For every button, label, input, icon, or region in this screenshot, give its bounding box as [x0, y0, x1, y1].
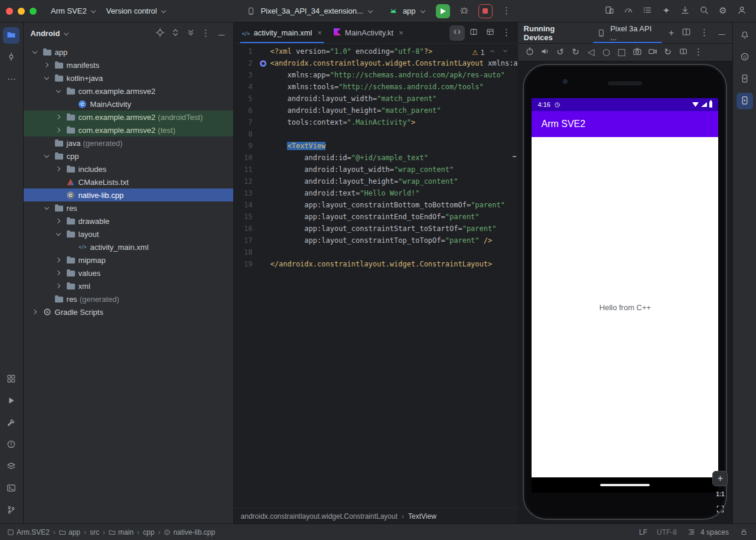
resource-manager-button[interactable] [3, 371, 19, 388]
tree-item-cmakelists-txt[interactable]: CMakeLists.txt [24, 175, 233, 188]
code-line-6[interactable]: 6 android:layout_height="match_parent" [234, 105, 518, 116]
tree-item-mainactivity[interactable]: CMainActivity [24, 97, 233, 110]
tree-chevron-icon[interactable] [43, 61, 51, 70]
logcat-button[interactable] [3, 458, 19, 475]
tree-item-values[interactable]: values [24, 266, 233, 279]
code-line-5[interactable]: 5 android:layout_width="match_parent" [234, 93, 518, 105]
tree-chevron-icon[interactable] [54, 126, 63, 135]
tree-chevron-icon[interactable] [54, 87, 63, 96]
split-view-button[interactable] [466, 25, 481, 41]
tree-item-includes[interactable]: includes [24, 162, 233, 175]
code-line-15[interactable]: 15 app:layout_constraintEnd_toEndOf="par… [234, 211, 518, 223]
fold-button[interactable] [676, 45, 690, 60]
tree-item-com-example-armsve2-androidtest[interactable]: com.example.armsve2 (androidTest) [24, 110, 233, 123]
more-vertical-button[interactable]: ⋮ [199, 26, 213, 40]
fit-screen-button[interactable] [713, 502, 726, 515]
window-maximize-button[interactable] [30, 8, 37, 15]
tree-item-layout[interactable]: layout [24, 227, 233, 240]
project-view-selector[interactable]: Android [31, 29, 60, 38]
more-horizontal-button[interactable]: ⋯ [3, 71, 19, 87]
version-control-button[interactable] [3, 502, 19, 519]
editor-tab-mainactivity-kt[interactable]: MainActivity.kt× [328, 22, 409, 43]
code-view-button[interactable] [449, 25, 465, 41]
code-line-18[interactable]: 18 [234, 246, 518, 258]
tree-chevron-icon[interactable] [31, 308, 40, 317]
more-options-button[interactable]: ⋮ [498, 3, 515, 19]
code-line-3[interactable]: 3 xmlns:app="http://schemas.android.com/… [234, 69, 518, 81]
tab-close-icon[interactable]: × [317, 28, 322, 37]
more-vertical-button[interactable]: ⋮ [499, 25, 514, 41]
settings-button[interactable]: ⚙ [715, 3, 731, 19]
editor-tab-activity-main-xml[interactable]: </>activity_main.xml× [236, 22, 328, 43]
tree-chevron-icon[interactable] [54, 113, 63, 122]
account-button[interactable] [734, 3, 750, 19]
tree-chevron-icon[interactable] [54, 256, 63, 265]
device-screen[interactable]: 4:16 Arm SVE2 Hello from [532, 98, 718, 493]
code-line-13[interactable]: 13 android:text="Hello World!" [234, 187, 518, 199]
code-editor[interactable]: 1<?xml version="1.0" encoding="utf-8"?>2… [234, 44, 518, 508]
design-view-button[interactable] [483, 25, 498, 41]
code-line-4[interactable]: 4 xmlns:tools="http://schemas.android.co… [234, 81, 518, 93]
tree-item-native-lib-cpp[interactable]: Cnative-lib.cpp [24, 188, 233, 201]
screenshot-button[interactable] [630, 45, 644, 60]
tree-chevron-icon[interactable] [31, 48, 40, 57]
indent-indicator[interactable]: 4 spaces [700, 528, 729, 536]
tree-item-app[interactable]: app [24, 45, 233, 58]
tree-chevron-icon[interactable] [54, 230, 63, 239]
breadcrumb-item[interactable]: androidx.constraintlayout.widget.Constra… [241, 512, 398, 521]
code-line-14[interactable]: 14 app:layout_constraintBottom_toBottomO… [234, 199, 518, 211]
power-button[interactable] [523, 45, 537, 60]
encoding-indicator[interactable]: UTF-8 [657, 528, 677, 536]
rotate-right-button[interactable]: ↻ [569, 45, 583, 60]
device-tab[interactable]: Pixel 3a API ... [591, 22, 664, 43]
zoom-in-button[interactable]: + [712, 471, 728, 486]
device-manager-button[interactable] [601, 3, 618, 19]
gesture-nav-bar[interactable] [532, 477, 718, 493]
more-vertical-button[interactable]: ⋮ [696, 25, 712, 41]
tree-chevron-icon[interactable] [54, 269, 63, 278]
tree-chevron-icon[interactable] [54, 165, 63, 174]
back-button[interactable]: ◁ [584, 45, 598, 60]
add-device-tab-button[interactable]: + [664, 22, 679, 43]
build-button[interactable] [3, 415, 19, 431]
tree-chevron-icon[interactable] [43, 74, 51, 83]
tree-item-res-generated[interactable]: res (generated) [24, 292, 233, 305]
project-button[interactable] [3, 27, 19, 44]
debug-button[interactable] [456, 3, 472, 19]
line-ending-indicator[interactable]: LF [639, 528, 647, 536]
tree-item-com-example-armsve2[interactable]: com.example.armsve2 [24, 84, 233, 97]
search-button[interactable] [696, 3, 712, 19]
tree-item-activity-main-xml[interactable]: </>activity_main.xml [24, 240, 233, 253]
overview-button[interactable]: □ [615, 45, 629, 60]
status-breadcrumb-item[interactable]: Cnative-lib.cpp [164, 528, 215, 536]
code-line-7[interactable]: 7 tools:context=".MainActivity"> [234, 116, 518, 128]
collapse-all-button[interactable] [184, 26, 198, 40]
version-control-menu[interactable]: Version control [106, 6, 166, 15]
code-line-16[interactable]: 16 app:layout_constraintStart_toStartOf=… [234, 223, 518, 235]
status-breadcrumb-item[interactable]: main [109, 528, 133, 536]
status-breadcrumb-item[interactable]: app [59, 528, 80, 536]
window-minimize-button[interactable] [18, 8, 25, 15]
vcs-update-button[interactable] [677, 3, 693, 19]
breadcrumb-item[interactable]: TextView [408, 512, 436, 521]
restart-button[interactable]: ↻ [661, 45, 675, 60]
previous-highlight-icon[interactable] [487, 47, 498, 58]
lock-icon[interactable] [738, 527, 749, 538]
locate-button[interactable] [153, 26, 167, 40]
device-selector[interactable]: Pixel_3a_API_34_extension... [241, 4, 377, 19]
hide-button[interactable] [713, 25, 730, 41]
constraintlayout-gutter-icon[interactable] [256, 57, 271, 69]
tree-item-mipmap[interactable]: mipmap [24, 253, 233, 266]
run-button[interactable] [436, 4, 450, 18]
split-button[interactable] [678, 25, 695, 41]
screen-record-button[interactable] [646, 45, 660, 60]
tree-item-kotlin-java[interactable]: kotlin+java [24, 71, 233, 84]
tree-chevron-icon[interactable] [54, 217, 63, 226]
tree-item-java-generated[interactable]: java (generated) [24, 136, 233, 149]
stop-button[interactable] [478, 4, 493, 18]
code-line-11[interactable]: 11 android:layout_width="wrap_content" [234, 164, 518, 175]
volume-button[interactable] [538, 45, 552, 60]
tree-item-com-example-armsve2-test[interactable]: com.example.armsve2 (test) [24, 123, 233, 136]
tree-item-cpp[interactable]: cpp [24, 149, 233, 162]
tree-chevron-icon[interactable] [43, 152, 51, 161]
